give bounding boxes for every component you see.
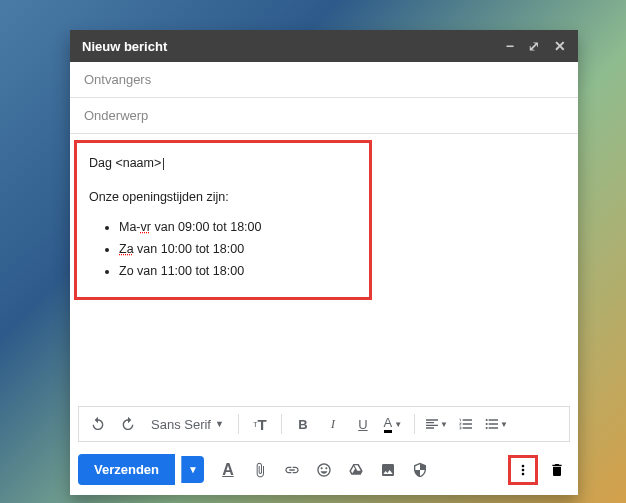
confidential-mode-button[interactable] — [406, 456, 434, 484]
italic-button[interactable]: I — [320, 411, 346, 437]
chevron-down-icon: ▼ — [500, 420, 508, 429]
list-item: Zo van 11:00 tot 18:00 — [119, 261, 357, 281]
text-cursor — [163, 158, 164, 170]
more-options-highlight — [508, 455, 538, 485]
chevron-down-icon: ▼ — [440, 420, 448, 429]
recipients-placeholder: Ontvangers — [84, 72, 151, 87]
opening-hours-list: Ma-vr van 09:00 tot 18:00 Za van 10:00 t… — [119, 217, 357, 281]
numbered-list-button[interactable] — [453, 411, 479, 437]
formatting-toggle-button[interactable]: A — [214, 456, 242, 484]
formatting-toolbar: Sans Serif ▼ тT B I U A▼ ▼ ▼ — [78, 406, 570, 442]
greeting-line: Dag <naam> — [89, 153, 357, 173]
bold-button[interactable]: B — [290, 411, 316, 437]
font-selector[interactable]: Sans Serif ▼ — [145, 417, 230, 432]
list-item: Ma-vr van 09:00 tot 18:00 — [119, 217, 357, 237]
attach-file-button[interactable] — [246, 456, 274, 484]
window-title: Nieuw bericht — [82, 39, 167, 54]
bulleted-list-button[interactable]: ▼ — [483, 411, 509, 437]
subject-placeholder: Onderwerp — [84, 108, 148, 123]
send-row: Verzenden ▼ A — [70, 448, 578, 495]
discard-draft-button[interactable] — [544, 457, 570, 483]
greeting-token: <naam> — [115, 156, 161, 170]
opening-hours-label: Onze openingstijden zijn: — [89, 187, 357, 207]
underline-button[interactable]: U — [350, 411, 376, 437]
redo-button[interactable] — [115, 411, 141, 437]
font-size-button[interactable]: тT — [247, 411, 273, 437]
insert-drive-button[interactable] — [342, 456, 370, 484]
insert-emoji-button[interactable] — [310, 456, 338, 484]
font-name-label: Sans Serif — [151, 417, 211, 432]
insert-tools: A — [214, 456, 434, 484]
minimize-icon[interactable]: − — [506, 38, 514, 54]
expand-icon[interactable]: ⤢ — [528, 38, 540, 54]
template-highlight-box: Dag <naam> Onze openingstijden zijn: Ma-… — [74, 140, 372, 300]
message-body[interactable]: Dag <naam> Onze openingstijden zijn: Ma-… — [70, 134, 578, 406]
align-button[interactable]: ▼ — [423, 411, 449, 437]
subject-field[interactable]: Onderwerp — [70, 98, 578, 134]
insert-link-button[interactable] — [278, 456, 306, 484]
window-controls: − ⤢ ✕ — [506, 38, 566, 54]
insert-photo-button[interactable] — [374, 456, 402, 484]
close-icon[interactable]: ✕ — [554, 38, 566, 54]
text-color-button[interactable]: A▼ — [380, 411, 406, 437]
more-options-button[interactable] — [513, 457, 533, 483]
send-button[interactable]: Verzenden — [78, 454, 175, 485]
greeting-prefix: Dag — [89, 156, 115, 170]
title-bar: Nieuw bericht − ⤢ ✕ — [70, 30, 578, 62]
send-dropdown[interactable]: ▼ — [181, 456, 204, 483]
list-item: Za van 10:00 tot 18:00 — [119, 239, 357, 259]
compose-window: Nieuw bericht − ⤢ ✕ Ontvangers Onderwerp… — [70, 30, 578, 495]
undo-button[interactable] — [85, 411, 111, 437]
recipients-field[interactable]: Ontvangers — [70, 62, 578, 98]
chevron-down-icon: ▼ — [394, 420, 402, 429]
chevron-down-icon: ▼ — [215, 419, 224, 429]
